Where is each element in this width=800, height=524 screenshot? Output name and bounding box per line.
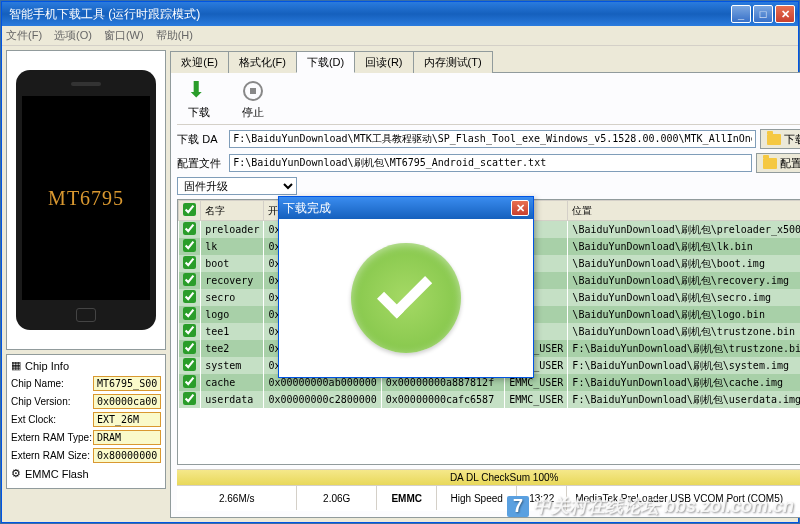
dialog-titlebar[interactable]: 下载完成 ✕ xyxy=(279,197,533,219)
close-button[interactable]: ✕ xyxy=(775,5,795,23)
col-name[interactable]: 名字 xyxy=(201,201,264,221)
ram-type-value: DRAM xyxy=(93,430,161,445)
cell-path: \BaiduYunDownload\刷机包\preloader_x500.bin xyxy=(568,221,800,239)
cell-path: F:\BaiduYunDownload\刷机包\trustzone.bin xyxy=(568,340,800,357)
titlebar[interactable]: 智能手机下载工具 (运行时跟踪模式) _ □ ✕ xyxy=(2,2,798,26)
cell-path: \BaiduYunDownload\刷机包\recovery.img xyxy=(568,272,800,289)
row-checkbox[interactable] xyxy=(183,341,196,354)
window-title: 智能手机下载工具 (运行时跟踪模式) xyxy=(5,6,731,23)
tab-welcome[interactable]: 欢迎(E) xyxy=(170,51,229,73)
tab-download[interactable]: 下载(D) xyxy=(296,51,355,73)
port-value: MediaTek PreLoader USB VCOM Port (COM5) xyxy=(567,486,800,510)
download-complete-dialog: 下载完成 ✕ xyxy=(278,196,534,378)
storage-type: EMMC xyxy=(377,486,437,510)
row-checkbox[interactable] xyxy=(183,307,196,320)
col-location[interactable]: 位置 xyxy=(568,201,800,221)
cell-name: logo xyxy=(201,306,264,323)
window-controls: _ □ ✕ xyxy=(731,5,795,23)
ext-clock-value: EXT_26M xyxy=(93,412,161,427)
row-checkbox[interactable] xyxy=(183,239,196,252)
time-value: 13:22 xyxy=(517,486,567,510)
chip-info-title: ▦Chip Info xyxy=(11,359,161,372)
cell-path: \BaiduYunDownload\刷机包\boot.img xyxy=(568,255,800,272)
menu-window[interactable]: 窗口(W) xyxy=(104,28,144,43)
cell-path: F:\BaiduYunDownload\刷机包\cache.img xyxy=(568,374,800,391)
speed-value: 2.66M/s xyxy=(177,486,297,510)
scatter-path-row: 配置文件 配置文件 xyxy=(177,153,800,173)
cell-path: \BaiduYunDownload\刷机包\lk.bin xyxy=(568,238,800,255)
progress-stats: 2.66M/s 2.06G EMMC High Speed 13:22 Medi… xyxy=(177,486,800,510)
stop-button[interactable]: 停止 xyxy=(241,79,265,120)
cell-name: boot xyxy=(201,255,264,272)
chip-name-label: Chip Name: xyxy=(11,378,93,389)
scatter-label: 配置文件 xyxy=(177,156,225,171)
da-browse-button[interactable]: 下载 DA xyxy=(760,129,800,149)
cell-path: F:\BaiduYunDownload\刷机包\userdata.img xyxy=(568,391,800,408)
cell-name: tee2 xyxy=(201,340,264,357)
cell-name: cache xyxy=(201,374,264,391)
menu-file[interactable]: 文件(F) xyxy=(6,28,42,43)
cell-name: userdata xyxy=(201,391,264,408)
tab-memtest[interactable]: 内存测试(T) xyxy=(413,51,493,73)
dialog-body xyxy=(279,219,533,377)
mode-dropdown[interactable]: 固件升级 xyxy=(177,177,297,195)
menu-help[interactable]: 帮助(H) xyxy=(156,28,193,43)
folder-icon xyxy=(767,134,781,145)
gear-icon: ⚙ xyxy=(11,467,21,480)
cell-name: recovery xyxy=(201,272,264,289)
tab-format[interactable]: 格式化(F) xyxy=(228,51,297,73)
da-path-input[interactable] xyxy=(229,130,756,148)
row-checkbox[interactable] xyxy=(183,290,196,303)
progress-bar: DA DL CheckSum 100% xyxy=(177,470,800,486)
col-check[interactable] xyxy=(179,201,201,221)
phone-frame: MT6795 xyxy=(16,70,156,330)
da-path-row: 下载 DA 下载 DA xyxy=(177,129,800,149)
cell-name: lk xyxy=(201,238,264,255)
ram-size-value: 0x80000000 xyxy=(93,448,161,463)
left-pane: MT6795 ▦Chip Info Chip Name:MT6795_S00 C… xyxy=(6,50,166,518)
cell-path: \BaiduYunDownload\刷机包\logo.bin xyxy=(568,306,800,323)
download-arrow-icon: ⬇ xyxy=(187,79,211,103)
tabs: 欢迎(E) 格式化(F) 下载(D) 回读(R) 内存测试(T) xyxy=(170,51,800,73)
phone-screen: MT6795 xyxy=(22,96,150,300)
cell-end: 0x00000000cafc6587 xyxy=(381,391,504,408)
download-button[interactable]: ⬇下载 xyxy=(187,79,211,120)
cell-start: 0x00000000c2800000 xyxy=(264,391,381,408)
ram-type-label: Extern RAM Type: xyxy=(11,432,93,443)
chip-info-panel: ▦Chip Info Chip Name:MT6795_S00 Chip Ver… xyxy=(6,354,166,489)
row-checkbox[interactable] xyxy=(183,324,196,337)
row-checkbox[interactable] xyxy=(183,256,196,269)
cell-name: tee1 xyxy=(201,323,264,340)
cell-name: secro xyxy=(201,289,264,306)
minimize-button[interactable]: _ xyxy=(731,5,751,23)
menu-options[interactable]: 选项(O) xyxy=(54,28,92,43)
phone-preview: MT6795 xyxy=(6,50,166,350)
maximize-button[interactable]: □ xyxy=(753,5,773,23)
toolbar: ⬇下载 停止 xyxy=(177,79,800,125)
chip-icon: ▦ xyxy=(11,359,21,372)
chip-name-value: MT6795_S00 xyxy=(93,376,161,391)
scatter-path-input[interactable] xyxy=(229,154,752,172)
stop-icon xyxy=(243,81,263,101)
progress-area: DA DL CheckSum 100% 2.66M/s 2.06G EMMC H… xyxy=(177,469,800,511)
dialog-close-button[interactable]: ✕ xyxy=(511,200,529,216)
size-value: 2.06G xyxy=(297,486,377,510)
row-checkbox[interactable] xyxy=(183,222,196,235)
cell-path: \BaiduYunDownload\刷机包\secro.img xyxy=(568,289,800,306)
cell-path: \BaiduYunDownload\刷机包\trustzone.bin xyxy=(568,323,800,340)
menubar: 文件(F) 选项(O) 窗口(W) 帮助(H) xyxy=(2,26,798,46)
row-checkbox[interactable] xyxy=(183,392,196,405)
usb-mode: High Speed xyxy=(437,486,517,510)
scatter-browse-button[interactable]: 配置文件 xyxy=(756,153,800,173)
tab-readback[interactable]: 回读(R) xyxy=(354,51,413,73)
cell-path: F:\BaiduYunDownload\刷机包\system.img xyxy=(568,357,800,374)
row-checkbox[interactable] xyxy=(183,358,196,371)
ext-clock-label: Ext Clock: xyxy=(11,414,93,425)
ram-size-label: Extern RAM Size: xyxy=(11,450,93,461)
folder-icon xyxy=(763,158,777,169)
row-checkbox[interactable] xyxy=(183,273,196,286)
da-label: 下载 DA xyxy=(177,132,225,147)
row-checkbox[interactable] xyxy=(183,375,196,388)
table-row[interactable]: userdata0x00000000c28000000x00000000cafc… xyxy=(179,391,800,408)
emmc-label: EMMC Flash xyxy=(25,468,89,480)
